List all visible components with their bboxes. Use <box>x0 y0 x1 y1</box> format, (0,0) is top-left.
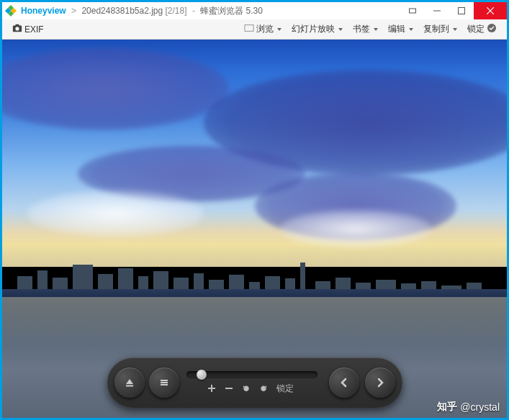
title-separator: > <box>71 6 76 16</box>
minimize-button[interactable] <box>425 2 449 19</box>
slideshow-label: 幻灯片放映 <box>292 23 335 35</box>
zoom-out-button[interactable] <box>225 384 233 393</box>
app-logo <box>5 5 17 17</box>
prev-button[interactable] <box>329 368 359 398</box>
camera-icon <box>12 23 22 35</box>
caret-down-icon <box>338 28 343 31</box>
menu-button[interactable] <box>149 368 179 398</box>
rotate-left-button[interactable] <box>242 384 251 393</box>
svg-rect-6 <box>459 8 465 14</box>
panel-lock-label: 锁定 <box>276 383 294 395</box>
eject-button[interactable] <box>114 368 145 398</box>
svg-rect-21 <box>225 388 233 389</box>
view-label: 浏览 <box>256 23 274 35</box>
caret-down-icon <box>409 28 413 31</box>
copyto-label: 复制到 <box>423 23 449 35</box>
svg-rect-17 <box>161 382 168 383</box>
edit-label: 编辑 <box>388 23 405 35</box>
view-menu[interactable]: 浏览 <box>240 22 286 37</box>
toolbar: EXIF 浏览 幻灯片放映 书签 编辑 复制到 <box>2 19 507 40</box>
bookmark-menu[interactable]: 书签 <box>348 22 382 37</box>
svg-rect-16 <box>161 380 168 381</box>
copyto-menu[interactable]: 复制到 <box>419 22 461 37</box>
slider-thumb[interactable] <box>197 370 207 380</box>
bookmark-label: 书签 <box>353 23 370 35</box>
svg-rect-20 <box>208 388 215 389</box>
caret-down-icon <box>277 28 281 31</box>
image-viewport[interactable]: 锁定 知乎 @crystal <box>2 40 507 418</box>
watermark-author: @crystal <box>460 401 500 413</box>
fit-screen-icon <box>244 23 254 35</box>
lock-toggle[interactable]: 锁定 <box>463 22 501 37</box>
zoom-slider[interactable] <box>186 371 317 378</box>
exif-label: EXIF <box>24 24 44 35</box>
svg-rect-12 <box>245 25 253 32</box>
svg-rect-10 <box>15 24 19 27</box>
panel-lock-toggle[interactable]: 锁定 <box>276 383 297 395</box>
fullscreen-button[interactable] <box>400 2 425 19</box>
caret-down-icon <box>374 28 378 31</box>
watermark-brand: 知乎 <box>437 401 457 414</box>
title-position: [2/18] <box>166 6 187 16</box>
maximize-button[interactable] <box>449 2 474 19</box>
slideshow-menu[interactable]: 幻灯片放映 <box>287 22 347 37</box>
window-controls <box>400 2 507 19</box>
control-center: 锁定 <box>179 371 325 395</box>
caret-down-icon <box>453 28 457 31</box>
rotate-right-button[interactable] <box>259 384 268 393</box>
svg-rect-4 <box>410 9 416 13</box>
title-app-name: Honeyview <box>21 6 66 16</box>
titlebar: Honeyview > 20ed248381b5a2.jpg [2/18] - … <box>2 2 507 19</box>
svg-point-11 <box>15 27 19 30</box>
app-window: Honeyview > 20ed248381b5a2.jpg [2/18] - … <box>0 0 509 420</box>
next-button[interactable] <box>365 368 395 398</box>
exif-button[interactable]: EXIF <box>8 22 48 37</box>
svg-rect-15 <box>126 385 133 387</box>
title-subtitle: 蜂蜜浏览器 5.30 <box>200 6 263 16</box>
lock-label: 锁定 <box>467 23 485 35</box>
control-panel: 锁定 <box>107 357 402 408</box>
title-dash: - <box>192 6 195 16</box>
title-filename: 20ed248381b5a2.jpg <box>81 6 163 16</box>
check-circle-icon <box>487 23 497 35</box>
watermark: 知乎 @crystal <box>437 401 500 414</box>
zoom-in-button[interactable] <box>207 384 216 393</box>
window-title: Honeyview > 20ed248381b5a2.jpg [2/18] - … <box>21 5 400 17</box>
edit-menu[interactable]: 编辑 <box>384 22 418 37</box>
svg-marker-14 <box>126 379 133 384</box>
svg-rect-18 <box>161 384 168 385</box>
close-button[interactable] <box>474 2 507 19</box>
